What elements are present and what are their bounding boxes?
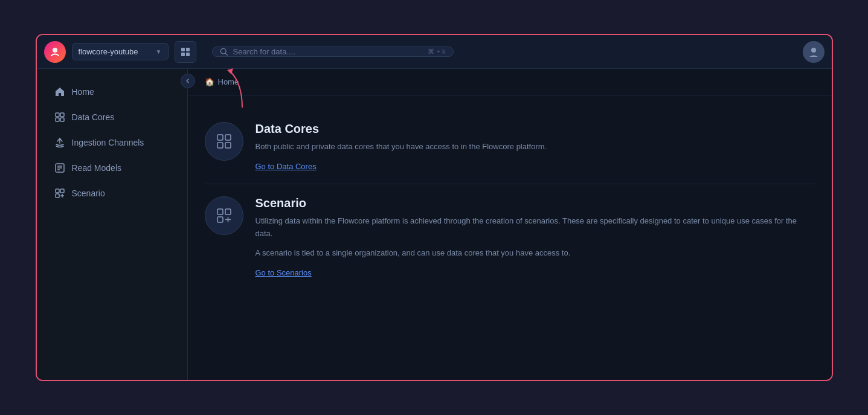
sidebar: Home Data Cores [37, 69, 188, 380]
svg-rect-27 [217, 217, 223, 222]
sidebar-item-home[interactable]: Home [42, 80, 182, 104]
ingestion-channels-icon [54, 137, 66, 149]
svg-rect-3 [181, 53, 185, 56]
data-cores-card-body: Data Cores Both public and private data … [256, 122, 815, 172]
scenario-card-desc: Utilizing data within the Flowcore platf… [256, 215, 815, 240]
sidebar-item-ingestion-channels[interactable]: Ingestion Channels [42, 130, 182, 155]
svg-rect-18 [56, 194, 59, 198]
chevron-down-icon: ▼ [156, 48, 162, 55]
workspace-label: flowcore-youtube [79, 47, 138, 56]
svg-rect-1 [181, 48, 185, 51]
scenario-card-extra: A scenario is tied to a single organizat… [256, 247, 815, 260]
scenario-card-link[interactable]: Go to Scenarios [256, 268, 312, 277]
sidebar-item-scenario-label: Scenario [72, 188, 105, 198]
grid-button[interactable] [175, 41, 196, 63]
svg-point-0 [53, 48, 57, 53]
breadcrumb: 🏠 Home [188, 69, 832, 95]
svg-point-7 [811, 48, 816, 53]
data-cores-card: Data Cores Both public and private data … [205, 110, 815, 184]
app-logo[interactable] [44, 41, 66, 63]
data-cores-card-link[interactable]: Go to Data Cores [256, 162, 317, 171]
search-icon [220, 48, 228, 56]
svg-rect-17 [60, 189, 64, 193]
breadcrumb-home-icon: 🏠 [205, 77, 214, 86]
svg-line-6 [225, 53, 227, 55]
svg-rect-11 [60, 118, 64, 121]
svg-rect-26 [225, 209, 231, 214]
sidebar-collapse-button[interactable] [181, 74, 195, 88]
svg-rect-8 [56, 113, 59, 117]
app-window: flowcore-youtube ▼ ⌘ + k [36, 34, 833, 381]
sidebar-item-data-cores-label: Data Cores [72, 112, 115, 122]
svg-rect-21 [217, 135, 223, 140]
breadcrumb-home-label: Home [218, 77, 239, 86]
sidebar-item-read-models-label: Read Models [72, 163, 122, 173]
search-shortcut: ⌘ + k [428, 48, 445, 56]
svg-rect-9 [60, 113, 64, 117]
search-bar: ⌘ + k [212, 47, 454, 57]
scenario-card-title: Scenario [256, 196, 815, 210]
svg-rect-23 [217, 143, 223, 148]
sidebar-item-home-label: Home [72, 87, 94, 97]
scenario-card: Scenario Utilizing data within the Flowc… [205, 184, 815, 290]
svg-rect-24 [225, 143, 231, 148]
data-cores-card-desc: Both public and private data cores that … [256, 141, 815, 153]
scenario-icon [54, 187, 66, 199]
data-cores-card-title: Data Cores [256, 122, 815, 136]
scenario-card-icon [205, 196, 243, 235]
main-content: 🏠 Home Data Cores [188, 69, 832, 380]
svg-rect-16 [56, 189, 59, 193]
sidebar-item-read-models[interactable]: Read Models [42, 156, 182, 180]
sidebar-item-scenario[interactable]: Scenario [42, 181, 182, 205]
svg-rect-10 [56, 118, 59, 121]
home-icon [54, 86, 66, 98]
header: flowcore-youtube ▼ ⌘ + k [37, 35, 832, 69]
svg-rect-22 [225, 135, 231, 140]
content-area: Data Cores Both public and private data … [188, 95, 832, 304]
svg-rect-25 [217, 209, 223, 214]
read-models-icon [54, 162, 66, 174]
user-avatar[interactable] [803, 41, 825, 63]
sidebar-item-data-cores[interactable]: Data Cores [42, 105, 182, 129]
svg-rect-2 [186, 48, 190, 51]
search-input[interactable] [233, 47, 423, 56]
scenario-card-body: Scenario Utilizing data within the Flowc… [256, 196, 815, 278]
workspace-selector[interactable]: flowcore-youtube ▼ [72, 43, 169, 60]
svg-rect-4 [186, 53, 190, 56]
body: Home Data Cores [37, 69, 832, 380]
data-cores-card-icon [205, 122, 243, 161]
sidebar-item-ingestion-channels-label: Ingestion Channels [72, 138, 144, 147]
data-cores-icon [54, 111, 66, 123]
